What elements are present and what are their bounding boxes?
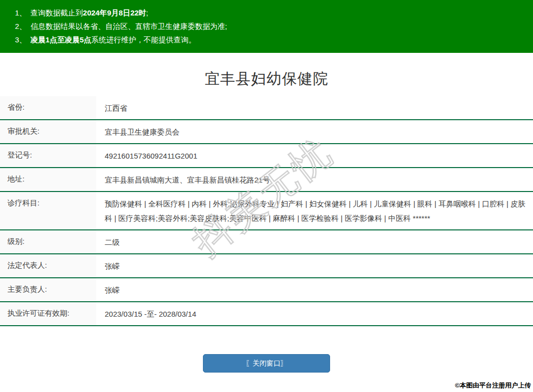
table-row: 执业许可证有效期: 2023/03/15 -至- 2028/03/14	[0, 302, 533, 326]
notice-text-post: ;	[146, 8, 148, 17]
table-row: 法定代表人: 张嵘	[0, 254, 533, 278]
row-value: 宜丰县卫生健康委员会	[96, 120, 533, 143]
row-value: 张嵘	[96, 254, 533, 277]
row-value: 江西省	[96, 96, 533, 119]
table-row: 地址: 宜丰县新昌镇城南大道、宜丰县新昌镇桂花路21号	[0, 168, 533, 192]
row-value: 二级	[96, 230, 533, 253]
copyright-note: ©本图由平台注册用户上传	[455, 381, 531, 390]
notice-text-bold: 2024年9月8日22时	[83, 8, 146, 17]
notice-text-pre: 信息数据结果以各省、自治区、直辖市卫生健康委数据为准;	[30, 22, 227, 30]
row-label: 诊疗科目:	[0, 192, 96, 229]
row-label: 法定代表人:	[0, 254, 96, 277]
notice-item: 1、查询数据截止到2024年9月8日22时;	[15, 6, 523, 19]
notice-item: 3、凌晨1点至凌晨5点系统进行维护，不能提供查询。	[15, 33, 523, 46]
table-row: 省份: 江西省	[0, 96, 533, 120]
notice-number: 2、	[15, 22, 26, 30]
notice-banner: 1、查询数据截止到2024年9月8日22时; 2、信息数据结果以各省、自治区、直…	[0, 0, 533, 53]
row-label: 主要负责人:	[0, 278, 96, 301]
row-label: 登记号:	[0, 144, 96, 167]
notice-item: 2、信息数据结果以各省、自治区、直辖市卫生健康委数据为准;	[15, 19, 523, 33]
table-row: 级别: 二级	[0, 230, 533, 254]
notice-text-pre: 查询数据截止到	[30, 8, 83, 17]
row-value: 张嵘	[96, 278, 533, 301]
close-window-button[interactable]: 〖关闭窗口〗	[203, 354, 330, 373]
row-value: 2023/03/15 -至- 2028/03/14	[96, 302, 533, 325]
notice-text-bold: 凌晨1点至凌晨5点	[30, 35, 91, 44]
row-label: 地址:	[0, 168, 96, 191]
notice-number: 3、	[15, 35, 26, 44]
row-value: 宜丰县新昌镇城南大道、宜丰县新昌镇桂花路21号	[96, 168, 533, 191]
row-value: 预防保健科 | 全科医疗科 | 内科 | 外科;泌尿外科专业 | 妇产科 | 妇…	[96, 192, 533, 229]
notice-text-post: 系统进行维护，不能提供查询。	[91, 35, 196, 44]
row-label: 省份:	[0, 96, 96, 119]
row-label: 审批机关:	[0, 120, 96, 143]
row-value: 49216015736092411G2001	[96, 144, 533, 167]
notice-number: 1、	[15, 8, 26, 17]
row-label: 执业许可证有效期:	[0, 302, 96, 325]
button-area: 〖关闭窗口〗	[0, 354, 533, 373]
table-row: 审批机关: 宜丰县卫生健康委员会	[0, 120, 533, 144]
table-row: 诊疗科目: 预防保健科 | 全科医疗科 | 内科 | 外科;泌尿外科专业 | 妇…	[0, 192, 533, 230]
page-title: 宜丰县妇幼保健院	[0, 53, 533, 96]
row-label: 级别:	[0, 230, 96, 253]
hospital-info-table: 省份: 江西省 审批机关: 宜丰县卫生健康委员会 登记号: 4921601573…	[0, 96, 533, 326]
table-row: 主要负责人: 张嵘	[0, 278, 533, 302]
table-row: 登记号: 49216015736092411G2001	[0, 144, 533, 168]
